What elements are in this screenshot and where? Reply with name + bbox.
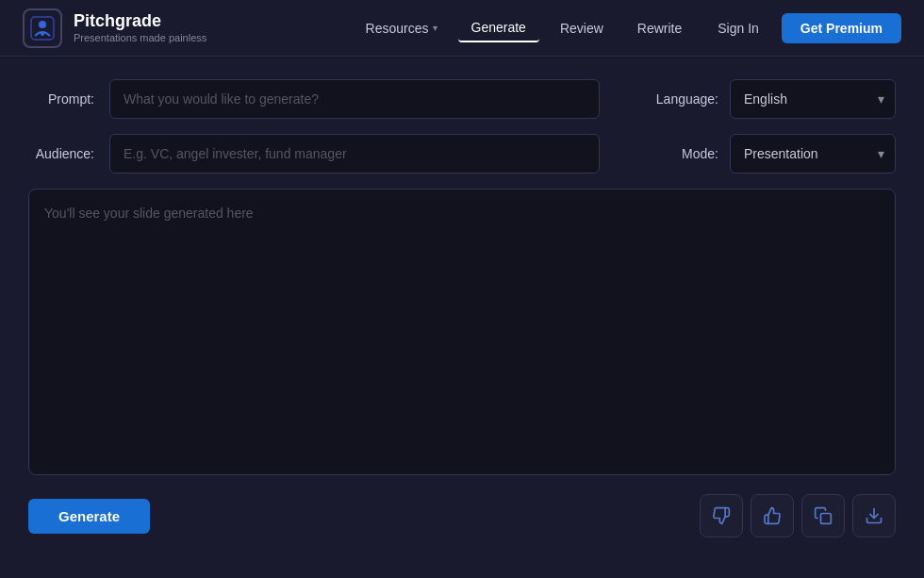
navbar-nav: Resources ▾ Generate Review Rewrite Sign… (353, 13, 901, 43)
svg-point-1 (39, 21, 46, 28)
nav-item-rewrite[interactable]: Rewrite (624, 15, 695, 41)
mode-select[interactable]: Presentation Document Summary (730, 134, 896, 173)
brand-name: Pitchgrade (74, 11, 206, 32)
svg-point-2 (41, 32, 44, 36)
slide-preview: You'll see your slide generated here (28, 189, 896, 475)
thumbs-up-icon (763, 506, 782, 525)
nav-review-label: Review (560, 21, 603, 36)
mode-label: Mode: (682, 146, 718, 161)
prompt-row: Prompt: Language: English Spanish French… (28, 79, 896, 119)
sign-in-button[interactable]: Sign In (702, 15, 774, 41)
nav-item-generate[interactable]: Generate (458, 14, 539, 42)
generate-button[interactable]: Generate (28, 499, 150, 534)
audience-row: Audience: Mode: Presentation Document Su… (28, 134, 896, 173)
download-button[interactable] (852, 494, 896, 537)
action-buttons (700, 494, 896, 537)
nav-item-resources[interactable]: Resources ▾ (353, 15, 451, 41)
thumbs-up-button[interactable] (751, 494, 794, 537)
slide-placeholder: You'll see your slide generated here (44, 206, 254, 221)
language-select-wrapper: English Spanish French German Chinese (730, 79, 896, 119)
copy-button[interactable] (801, 494, 845, 537)
download-icon (865, 506, 883, 525)
brand-tagline: Presentations made painless (74, 32, 206, 44)
brand-text: Pitchgrade Presentations made painless (74, 11, 206, 44)
navbar: Pitchgrade Presentations made painless R… (0, 0, 924, 57)
nav-generate-label: Generate (471, 20, 526, 35)
bottom-bar: Generate (28, 494, 896, 537)
audience-label: Audience: (28, 146, 94, 161)
svg-rect-3 (821, 514, 832, 524)
copy-icon (814, 506, 833, 525)
resources-chevron-icon: ▾ (433, 23, 437, 33)
prompt-input[interactable] (109, 79, 600, 119)
nav-rewrite-label: Rewrite (637, 21, 682, 36)
brand: Pitchgrade Presentations made painless (23, 8, 206, 48)
nav-item-review[interactable]: Review (547, 15, 617, 41)
language-group: Language: English Spanish French German … (656, 79, 896, 119)
thumbs-down-icon (712, 506, 731, 525)
get-premium-button[interactable]: Get Premium (782, 13, 901, 43)
audience-input[interactable] (109, 134, 600, 173)
prompt-label: Prompt: (28, 91, 94, 107)
thumbs-down-button[interactable] (700, 494, 743, 537)
nav-resources-label: Resources (366, 21, 429, 36)
main-content: Prompt: Language: English Spanish French… (0, 57, 924, 560)
mode-select-wrapper: Presentation Document Summary (730, 134, 896, 173)
brand-logo (23, 8, 62, 48)
language-select[interactable]: English Spanish French German Chinese (730, 79, 896, 119)
language-label: Language: (656, 91, 718, 107)
mode-group: Mode: Presentation Document Summary (682, 134, 896, 173)
